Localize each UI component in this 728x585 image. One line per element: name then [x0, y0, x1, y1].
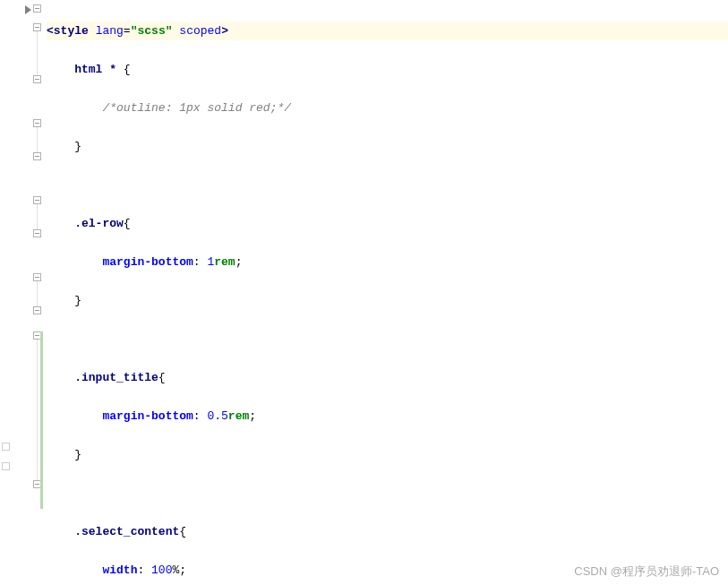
- change-bar: [40, 331, 43, 509]
- fold-line: [37, 204, 38, 231]
- breakpoint-box[interactable]: [2, 462, 10, 470]
- code-area[interactable]: <style lang="scss" scoped> html * { /*ou…: [43, 0, 728, 585]
- fold-handle-icon[interactable]: [33, 306, 41, 314]
- fold-handle-icon[interactable]: [33, 4, 41, 13]
- code-line[interactable]: .el-row{: [47, 214, 728, 234]
- code-line[interactable]: }: [47, 445, 728, 465]
- gutter: [13, 0, 43, 585]
- code-line[interactable]: <style lang="scss" scoped>: [47, 22, 728, 41]
- fold-line: [37, 127, 38, 154]
- code-editor[interactable]: <style lang="scss" scoped> html * { /*ou…: [0, 0, 728, 585]
- code-line[interactable]: .input_title{: [47, 368, 728, 388]
- code-line[interactable]: [47, 484, 728, 503]
- code-line[interactable]: }: [47, 291, 728, 311]
- fold-handle-icon[interactable]: [33, 273, 41, 281]
- breakpoint-box[interactable]: [2, 443, 10, 451]
- code-line[interactable]: [47, 330, 728, 349]
- fold-handle-icon[interactable]: [33, 23, 41, 31]
- code-line[interactable]: }: [47, 137, 728, 157]
- fold-line: [37, 281, 38, 308]
- fold-line: [37, 31, 38, 76]
- code-line[interactable]: /*outline: 1px solid red;*/: [47, 99, 728, 118]
- gutter-left: [0, 0, 13, 585]
- code-line[interactable]: [47, 176, 728, 195]
- fold-handle-icon[interactable]: [33, 152, 41, 160]
- fold-handle-icon[interactable]: [33, 229, 41, 237]
- code-line[interactable]: margin-bottom: 0.5rem;: [47, 407, 728, 426]
- code-line[interactable]: margin-bottom: 1rem;: [47, 253, 728, 272]
- watermark-text: CSDN @程序员劝退师-TAO: [574, 563, 719, 580]
- fold-handle-icon[interactable]: [33, 119, 41, 127]
- code-line[interactable]: html * {: [47, 60, 728, 80]
- code-line[interactable]: .select_content{: [47, 522, 728, 542]
- fold-handle-icon[interactable]: [33, 196, 41, 204]
- fold-handle-icon[interactable]: [33, 75, 41, 83]
- fold-line: [37, 340, 38, 483]
- run-gutter-icon[interactable]: [25, 5, 31, 14]
